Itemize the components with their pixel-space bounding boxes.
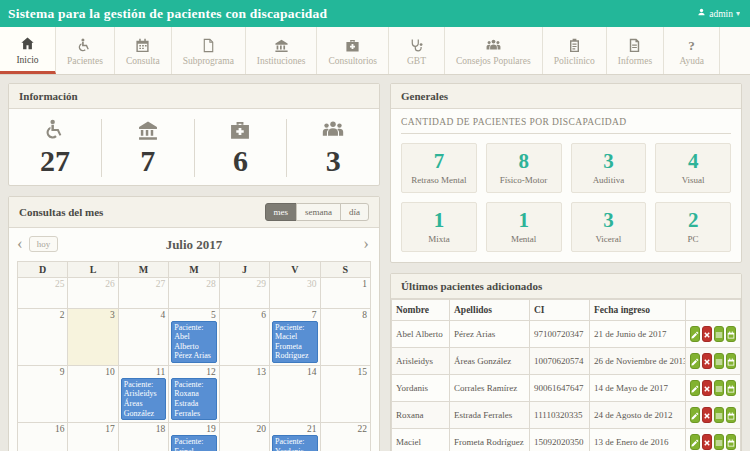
calendar-small-button[interactable] [726,353,736,369]
info-panel-title: Información [19,90,78,102]
calendar-small-icon [727,327,735,342]
nav-item-label: GBT [407,56,426,66]
calendar-event[interactable]: Paciente: Maciel Frometa Rodríguez [272,321,317,363]
calendar-day-cell[interactable]: 12Paciente: Roxana Estrada Ferrales [169,365,219,422]
calendar-small-button[interactable] [726,434,736,450]
patients-panel: Últimos pacientes adicionados NombreApel… [390,273,742,451]
calendar-day-cell[interactable]: 25 [18,277,68,308]
patient-apellidos: Corrales Ramírez [450,375,530,402]
calendar-day-cell[interactable]: 1 [320,277,370,308]
list-button[interactable] [714,407,724,423]
nav-item-subprograma[interactable]: Subprograma [172,27,246,74]
prev-month-icon[interactable]: ‹ [17,234,23,254]
view-button-mes[interactable]: mes [265,203,298,221]
calendar-event[interactable]: Paciente: Erinel García Navea [171,435,216,451]
calendar-event[interactable]: Paciente: Arisleidys Áreas González [121,378,166,420]
calendar-day-cell[interactable]: 6 [219,308,269,365]
nav-item-consultorios[interactable]: Consultorios [317,27,389,74]
calendar-event[interactable]: Paciente: Roxana Estrada Ferrales [171,378,216,420]
calendar-event[interactable]: Paciente: Yordanis Corrales Ramírez [272,435,317,451]
calendar-small-button[interactable] [726,326,736,342]
patient-actions [686,402,741,429]
calendar-day-cell[interactable]: 20 [219,423,269,451]
disability-card-mixta: 1Mixta [401,202,477,252]
calendar-grid: DLMMJVS 25262728293012345Paciente: Abel … [17,261,371,451]
nav-item-inicio[interactable]: Inicio [0,27,56,74]
nav-item-consulta[interactable]: Consulta [115,27,172,74]
edit-button[interactable] [690,380,700,396]
calendar-day-cell[interactable]: 26 [68,277,118,308]
calendar-day-cell[interactable]: 8 [320,308,370,365]
patient-apellidos: Frometa Rodríguez [450,429,530,451]
user-menu[interactable]: admin ▾ [697,8,740,19]
nav-item-pacientes[interactable]: Pacientes [56,27,115,74]
nav-item-policlinico[interactable]: Policlínico [543,27,607,74]
calendar-event[interactable]: Paciente: Abel Alberto Pérez Arias [171,321,216,363]
calendar-small-button[interactable] [726,407,736,423]
list-button[interactable] [714,353,724,369]
calendar-day-cell[interactable]: 7Paciente: Maciel Frometa Rodríguez [270,308,320,365]
card-label: Visual [658,175,728,185]
calendar-day-cell[interactable]: 5Paciente: Abel Alberto Pérez Arias [169,308,219,365]
calendar-day-cell[interactable]: 17 [68,423,118,451]
calendar-day-cell[interactable]: 21Paciente: Yordanis Corrales Ramírez [270,423,320,451]
card-value: 4 [658,149,728,174]
table-row: MacielFrometa Rodríguez1509202035013 de … [392,429,741,451]
calendar-day-cell[interactable]: 28 [169,277,219,308]
nav-item-consejos-populares[interactable]: Consejos Populares [445,27,543,74]
edit-button[interactable] [690,407,700,423]
calendar-day-cell[interactable]: 18 [118,423,168,451]
calendar-day-number: 12 [169,366,218,377]
action-buttons [690,380,736,396]
svg-text:?: ? [688,38,695,53]
calendar-day-cell[interactable]: 10 [68,365,118,422]
generales-body: CANTIDAD DE PACIENTES POR DISCAPACIDAD 7… [391,109,741,262]
list-button[interactable] [714,380,724,396]
edit-button[interactable] [690,326,700,342]
calendar-day-cell[interactable]: 22 [320,423,370,451]
list-button[interactable] [714,434,724,450]
calendar-day-cell[interactable]: 14 [270,365,320,422]
calendar-day-cell[interactable]: 27 [118,277,168,308]
help-icon: ? [684,37,699,53]
nav-item-instituciones[interactable]: Instituciones [246,27,318,74]
delete-icon [703,354,711,369]
calendar-day-cell[interactable]: 30 [270,277,320,308]
delete-button[interactable] [702,434,712,450]
patient-fecha: 26 de Noviembre de 2013 [590,348,686,375]
calendar-day-cell[interactable]: 9 [18,365,68,422]
calendar-small-button[interactable] [726,380,736,396]
nav-item-label: Subprograma [183,56,234,66]
delete-button[interactable] [702,326,712,342]
edit-button[interactable] [690,434,700,450]
calendar-day-number: 20 [220,423,269,434]
calendar-day-cell[interactable]: 15 [320,365,370,422]
calendar-day-cell[interactable]: 19Paciente: Erinel García Navea [169,423,219,451]
calendar-day-number: 22 [321,423,370,434]
nav-item-informes[interactable]: Informes [607,27,664,74]
delete-button[interactable] [702,407,712,423]
calendar-day-number: 13 [220,366,269,377]
calendar-day-number: 28 [169,278,218,289]
info-panel-header: Información [9,84,379,109]
nav-item-ayuda[interactable]: ?Ayuda [664,27,720,74]
delete-button[interactable] [702,380,712,396]
delete-button[interactable] [702,353,712,369]
nav-item-gbt[interactable]: GBT [389,27,445,74]
calendar-day-cell[interactable]: 2 [18,308,68,365]
edit-button[interactable] [690,353,700,369]
calendar-day-cell[interactable]: 13 [219,365,269,422]
calendar-day-cell[interactable]: 11Paciente: Arisleidys Áreas González [118,365,168,422]
calendar-day-cell[interactable]: 29 [219,277,269,308]
delete-icon [703,408,711,423]
calendar-day-cell[interactable]: 16 [18,423,68,451]
calendar-week-row: 16171819Paciente: Erinel García Navea202… [18,423,371,451]
today-button[interactable]: hoy [29,236,59,252]
patient-actions [686,429,741,451]
calendar-day-cell[interactable]: 4 [118,308,168,365]
next-month-icon[interactable]: › [363,234,369,253]
list-button[interactable] [714,326,724,342]
calendar-day-cell[interactable]: 3 [68,308,118,365]
view-button-dia[interactable]: día [340,203,369,221]
view-button-semana[interactable]: semana [296,203,341,221]
